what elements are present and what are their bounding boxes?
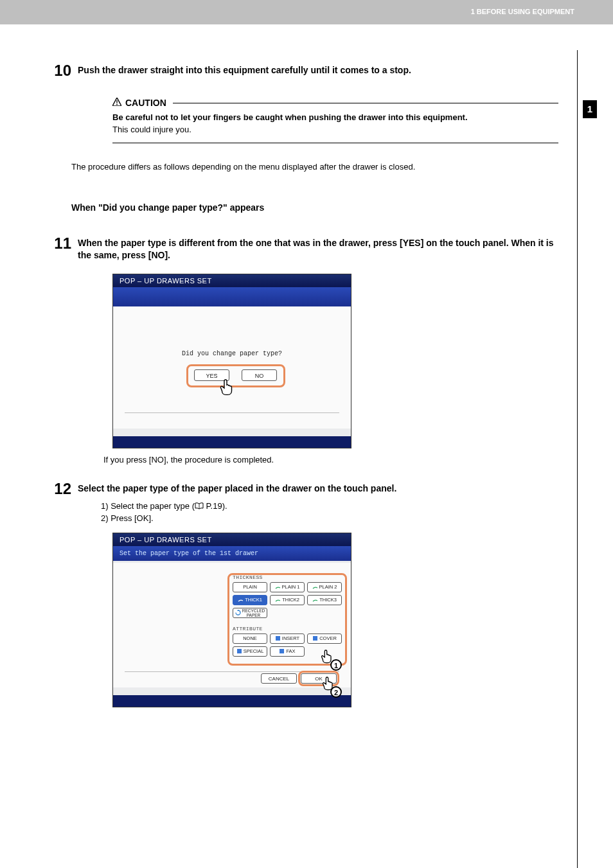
after-no-note: If you press [NO], the procedure is comp… [103, 455, 558, 465]
screen2-bottom-band [113, 695, 351, 707]
opt-plain1-label: PLAIN 1 [282, 582, 300, 592]
caution-bottom-rule [112, 143, 558, 143]
chapter-tab: 1 [583, 100, 597, 118]
sheet-icon [312, 584, 318, 590]
cancel-button[interactable]: CANCEL [261, 673, 297, 684]
thickness-label: THICKNESS [233, 574, 263, 580]
opt-plain[interactable]: PLAIN [233, 582, 267, 592]
right-margin-rule [577, 50, 578, 868]
step-10: 10 Push the drawer straight into this eq… [48, 63, 558, 78]
sheet-icon [312, 597, 318, 603]
step-number: 10 [48, 63, 78, 78]
opt-thick3-label: THICK3 [319, 595, 337, 605]
caution-line2: This could injure you. [112, 125, 191, 134]
svg-rect-4 [313, 636, 317, 641]
opt-thick2-label: THICK2 [282, 595, 299, 605]
opt-fax[interactable]: FAX [270, 646, 305, 657]
screen1-blue-band [113, 287, 351, 306]
caution-block: CAUTION Be careful not to let your finge… [112, 98, 558, 143]
opt-thick3[interactable]: THICK3 [307, 595, 342, 605]
substep-1-prefix: 1) Select the paper type ( [101, 501, 195, 511]
attribute-label: ATTRIBUTE [233, 626, 263, 632]
opt-cover-label: COVER [319, 633, 337, 643]
opt-insert-label: INSERT [282, 633, 299, 643]
step-number: 12 [48, 481, 78, 497]
step-12: 12 Select the paper type of the paper pl… [48, 481, 558, 497]
opt-thick1-selected[interactable]: THICK1 [233, 595, 267, 605]
screen1-divider [125, 412, 339, 413]
sheet-icon [275, 597, 281, 603]
svg-rect-3 [276, 636, 280, 641]
square-icon [236, 648, 242, 654]
opt-none[interactable]: NONE [233, 633, 267, 644]
opt-insert[interactable]: INSERT [270, 633, 305, 644]
opt-special[interactable]: SPECIAL [233, 646, 267, 657]
header-section-label: 1 BEFORE USING EQUIPMENT [471, 8, 574, 15]
step-11: 11 When the paper type is different from… [48, 236, 558, 262]
screen1-question: Did you change paper type? [113, 350, 351, 357]
step-12-substeps: 1) Select the paper type ( P.19). 2) Pre… [101, 500, 558, 525]
caution-bold-line: Be careful not to let your fingers be ca… [112, 112, 468, 122]
screen1-bottom-band [113, 436, 351, 448]
opt-special-label: SPECIAL [244, 646, 264, 656]
recycled-line1: RECYCLED [242, 608, 265, 613]
opt-fax-label: FAX [286, 646, 295, 656]
substep-1-ref: P.19). [204, 501, 227, 511]
caution-rule [173, 103, 558, 103]
svg-point-1 [116, 104, 118, 105]
step-12-text: Select the paper type of the paper place… [78, 481, 396, 495]
intro-paragraph: The procedure differs as follows dependi… [71, 161, 558, 173]
opt-thick1-label: THICK1 [245, 595, 262, 605]
sheet-icon [238, 597, 244, 603]
book-icon [195, 502, 204, 509]
svg-rect-6 [280, 649, 284, 653]
square-icon [312, 635, 318, 641]
pointer-hand-icon [219, 378, 236, 398]
recycle-icon [235, 610, 241, 616]
touchpanel-screenshot-2: POP – UP DRAWERS SET Set the paper type … [112, 533, 351, 707]
screen1-title: POP – UP DRAWERS SET [113, 274, 351, 287]
recycled-line2: PAPER [247, 613, 261, 617]
square-icon [279, 648, 285, 654]
opt-plain2[interactable]: PLAIN 2 [307, 582, 342, 592]
caution-triangle-icon [112, 98, 121, 108]
touchpanel-screenshot-1: POP – UP DRAWERS SET Did you change pape… [112, 274, 351, 448]
step-10-text: Push the drawer straight into this equip… [78, 63, 411, 77]
callout-badge-1: 1 [330, 659, 342, 671]
square-icon [275, 635, 281, 641]
header-bar: 1 BEFORE USING EQUIPMENT [0, 0, 613, 24]
sheet-icon [275, 584, 281, 590]
opt-thick2[interactable]: THICK2 [270, 595, 305, 605]
opt-plain2-label: PLAIN 2 [319, 582, 337, 592]
opt-recycled-paper[interactable]: RECYCLEDPAPER [233, 608, 267, 618]
step-11-text: When the paper type is different from th… [78, 236, 558, 262]
opt-cover[interactable]: COVER [307, 633, 342, 644]
caution-label: CAUTION [125, 98, 166, 108]
substep-2: 2) Press [OK]. [101, 513, 558, 525]
no-button[interactable]: NO [242, 369, 277, 381]
step-number: 11 [48, 236, 78, 251]
callout-badge-2: 2 [330, 686, 342, 698]
screen2-subtitle: Set the paper type of the 1st drawer [113, 546, 351, 561]
substep-1: 1) Select the paper type ( P.19). [101, 500, 558, 513]
svg-rect-5 [237, 649, 242, 653]
opt-plain1[interactable]: PLAIN 1 [270, 582, 305, 592]
screen2-title: POP – UP DRAWERS SET [113, 533, 351, 546]
subheading: When "Did you change paper type?" appear… [71, 202, 558, 213]
